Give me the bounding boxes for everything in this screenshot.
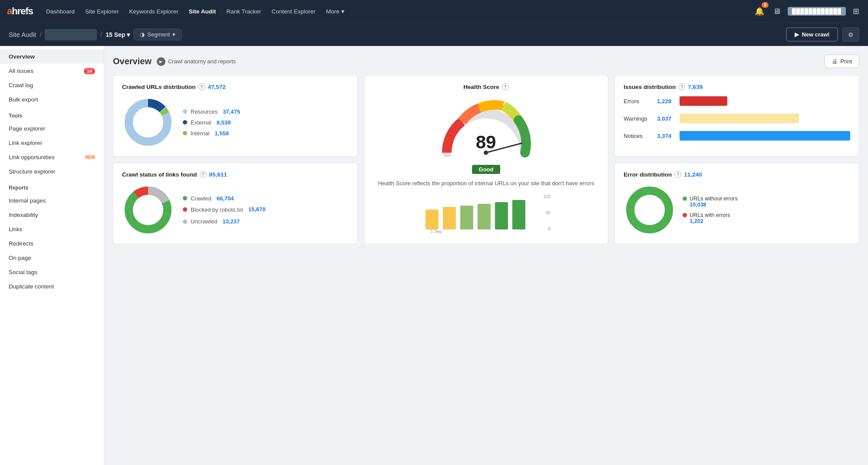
crawl-status-donut xyxy=(122,184,174,236)
help-icon[interactable]: ? xyxy=(198,83,205,90)
help-icon-issues[interactable]: ? xyxy=(678,83,685,90)
warnings-bar xyxy=(680,114,799,123)
nav-site-audit[interactable]: Site Audit xyxy=(185,6,221,17)
blocked-dot xyxy=(183,207,187,212)
sidebar-item-redirects[interactable]: Redirects xyxy=(0,236,104,251)
svg-point-3 xyxy=(133,107,163,138)
legend-internal: Internal 1,558 xyxy=(183,130,240,137)
help-icon-health[interactable]: ? xyxy=(502,83,509,90)
svg-point-23 xyxy=(634,195,665,225)
svg-text:89: 89 xyxy=(476,132,496,152)
sidebar-item-crawl-log[interactable]: Crawl log xyxy=(0,78,104,92)
error-distribution-chart-row: URLs without errors 10,038 URLs with err… xyxy=(624,184,850,236)
nav-dashboard[interactable]: Dashboard xyxy=(42,6,79,17)
play-icon: ▶ xyxy=(795,31,799,38)
page-title: Overview xyxy=(113,56,152,66)
notifications-badge: 6 xyxy=(762,2,769,8)
crawled-urls-card: Crawled URLs distribution ? 47,572 xyxy=(113,75,358,157)
svg-rect-13 xyxy=(477,204,490,229)
svg-rect-12 xyxy=(460,206,473,229)
crawl-status-card: Crawl status of links found ? 95,611 xyxy=(113,163,358,244)
nav-more[interactable]: More ▾ xyxy=(322,5,349,17)
errors-bar xyxy=(680,96,727,106)
health-score-card: Health Score ? xyxy=(364,75,609,244)
settings-button[interactable]: ⚙ xyxy=(842,27,859,42)
warnings-row: Warnings 3,037 xyxy=(624,114,850,123)
sidebar-item-social-tags[interactable]: Social tags xyxy=(0,265,104,279)
help-icon-error[interactable]: ? xyxy=(674,171,681,178)
svg-text:50: 50 xyxy=(545,210,551,215)
crawled-urls-title: Crawled URLs distribution ? 47,572 xyxy=(122,83,349,90)
sidebar-item-duplicate-content[interactable]: Duplicate content xyxy=(0,279,104,294)
nav-content-explorer[interactable]: Content Explorer xyxy=(267,6,320,17)
health-gauge: 89 xyxy=(438,96,534,161)
error-legend: URLs without errors 10,038 URLs with err… xyxy=(683,196,737,224)
with-errors-dot xyxy=(683,213,687,217)
error-distribution-donut xyxy=(624,184,676,236)
issues-bars: Errors 1,228 Warnings 3,037 xyxy=(624,96,850,144)
user-avatar[interactable]: ████████████ xyxy=(788,7,846,16)
breadcrumb-bar: Site Audit / / 15 Sep ▾ ◑ Segment ▾ ▶ Ne… xyxy=(0,23,868,46)
pie-icon: ◑ xyxy=(140,31,145,38)
legend-blocked: Blocked by robots.txt 15,670 xyxy=(183,206,265,214)
sidebar-item-link-opportunities[interactable]: Link opportunities NEW xyxy=(0,150,104,164)
breadcrumb-date[interactable]: 15 Sep ▾ xyxy=(106,31,130,38)
printer-icon: 🖨 xyxy=(832,58,838,65)
crawled-urls-count: 47,572 xyxy=(208,84,226,90)
sidebar-item-bulk-export[interactable]: Bulk export xyxy=(0,92,104,107)
breadcrumb-sep2: / xyxy=(100,31,102,38)
sidebar-item-link-explorer[interactable]: Link explorer xyxy=(0,136,104,150)
crawled-urls-legend: Resources 37,475 External 8,539 Internal… xyxy=(183,108,240,137)
error-distribution-card: Error distribution ? 11,240 xyxy=(614,163,859,244)
legend-crawled: Crawled 66,704 xyxy=(183,195,265,202)
notifications-bell[interactable]: 🔔 6 xyxy=(753,5,766,18)
breadcrumb-site-audit: Site Audit xyxy=(9,31,36,38)
chevron-down-icon: ▾ xyxy=(127,31,130,38)
svg-rect-11 xyxy=(442,207,455,229)
crawl-status-chart-row: Crawled 66,704 Blocked by robots.txt 15,… xyxy=(122,184,349,236)
segment-button[interactable]: ◑ Segment ▾ xyxy=(133,29,182,40)
sidebar-item-on-page[interactable]: On page xyxy=(0,251,104,265)
external-dot xyxy=(183,120,187,124)
svg-rect-15 xyxy=(512,200,525,229)
nav-keywords-explorer[interactable]: Keywords Explorer xyxy=(125,6,182,17)
play-icon: ▶ xyxy=(157,57,165,66)
health-score-title: Health Score ? xyxy=(463,83,509,90)
sidebar-item-structure-explorer[interactable]: Structure explorer xyxy=(0,164,104,179)
sidebar-item-links[interactable]: Links xyxy=(0,222,104,236)
expand-icon[interactable]: ⊞ xyxy=(851,5,861,18)
error-distribution-title: Error distribution ? 11,240 xyxy=(624,171,850,178)
sidebar-item-indexability[interactable]: Indexability xyxy=(0,208,104,222)
main-content: Overview ▶ Crawl anatomy and reports 🖨 P… xyxy=(104,46,868,465)
resources-dot xyxy=(183,109,187,114)
sidebar-item-all-issues[interactable]: All issues 14 xyxy=(0,64,104,78)
sidebar-item-internal-pages[interactable]: Internal pages xyxy=(0,193,104,208)
crawl-anatomy-link[interactable]: ▶ Crawl anatomy and reports xyxy=(157,57,236,66)
new-crawl-button[interactable]: ▶ New crawl xyxy=(786,27,838,42)
nav-site-explorer[interactable]: Site Explorer xyxy=(81,6,123,17)
new-badge: NEW xyxy=(85,155,95,160)
print-button[interactable]: 🖨 Print xyxy=(825,55,859,68)
health-score-badge: Good xyxy=(472,165,501,174)
error-legend-without: URLs without errors 10,038 xyxy=(683,196,737,208)
crawled-urls-donut xyxy=(122,96,174,148)
breadcrumb-domain[interactable] xyxy=(45,29,97,40)
sidebar-item-page-explorer[interactable]: Page explorer xyxy=(0,121,104,136)
reports-section-title: Reports xyxy=(0,179,104,193)
crawl-status-legend: Crawled 66,704 Blocked by robots.txt 15,… xyxy=(183,195,265,225)
sidebar-item-overview[interactable]: Overview xyxy=(0,49,104,64)
issues-distribution-title: Issues distribution ? 7,639 xyxy=(624,83,850,90)
crawled-urls-chart-row: Resources 37,475 External 8,539 Internal… xyxy=(122,96,349,148)
legend-uncrawled: Uncrawled 13,237 xyxy=(183,218,265,225)
svg-text:0: 0 xyxy=(548,226,551,231)
uncrawled-dot xyxy=(183,219,187,224)
logo[interactable]: ahrefs xyxy=(7,6,33,17)
issues-total: 7,639 xyxy=(688,84,703,90)
help-icon-crawl[interactable]: ? xyxy=(200,171,207,178)
error-legend-with: URLs with errors 1,202 xyxy=(683,212,737,224)
cards-grid: Crawled URLs distribution ? 47,572 xyxy=(113,75,859,244)
svg-text:1 Sep: 1 Sep xyxy=(430,229,442,234)
nav-rank-tracker[interactable]: Rank Tracker xyxy=(222,6,265,17)
monitor-icon[interactable]: 🖥 xyxy=(771,5,782,18)
legend-external: External 8,539 xyxy=(183,119,240,126)
